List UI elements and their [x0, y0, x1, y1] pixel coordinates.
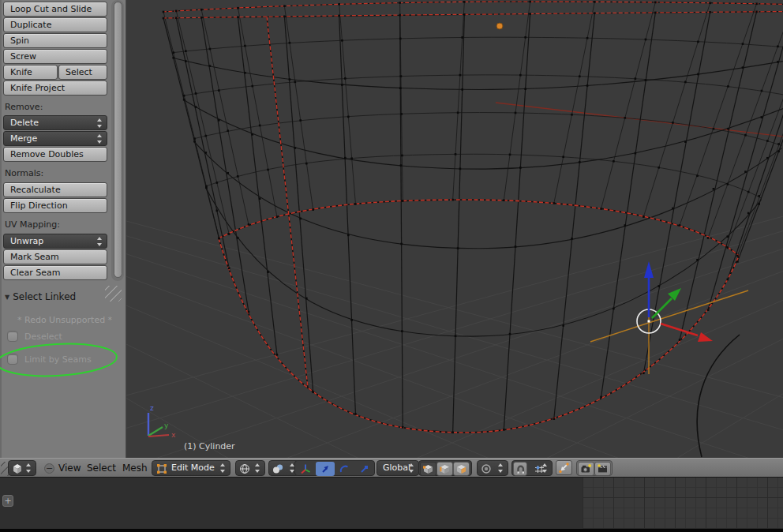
editor-type-selector[interactable] — [8, 460, 36, 476]
translate-arrow-icon — [320, 463, 331, 474]
snap-toggle-button[interactable] — [513, 462, 527, 476]
vertex-select-icon — [423, 464, 433, 474]
viewport-header: − View Select Mesh Edit Mode — [0, 458, 783, 477]
spin-button[interactable]: Spin — [3, 33, 107, 48]
gizmo-z-label: z — [150, 404, 154, 412]
recalculate-button[interactable]: Recalculate — [3, 182, 107, 197]
collapse-menus-button[interactable]: − — [44, 463, 54, 474]
edit-mode-icon — [156, 463, 167, 474]
pivot-median-icon — [272, 463, 284, 474]
snap-group — [511, 460, 553, 476]
opengl-render-animation-button[interactable] — [594, 462, 611, 476]
tool-shelf: Loop Cut and Slide Duplicate Spin Screw … — [0, 0, 126, 458]
magnet-icon — [515, 464, 526, 474]
opengl-render-group — [576, 460, 613, 476]
flip-direction-button[interactable]: Flip Direction — [3, 198, 107, 213]
unwrap-menu-label: Unwrap — [10, 236, 43, 246]
mode-selector-label: Edit Mode — [171, 461, 215, 475]
clapperboard-render-icon — [597, 463, 609, 474]
merge-menu[interactable]: Merge — [3, 131, 107, 146]
remove-section-label: Remove: — [5, 102, 43, 113]
delete-menu-label: Delete — [10, 118, 39, 128]
spinner-arrows-icon — [408, 463, 415, 474]
active-object-label: (1) Cylinder — [184, 441, 235, 451]
editor-grid-area[interactable] — [583, 478, 783, 529]
object-origin-dot — [496, 23, 503, 29]
snap-target-button[interactable] — [556, 460, 572, 475]
spinner-arrows-icon — [219, 463, 227, 474]
knife-button[interactable]: Knife — [3, 65, 58, 80]
viewport-3d[interactable]: z y x (1) Cylinder — [126, 0, 783, 458]
spinner-arrows-icon — [96, 118, 103, 129]
duplicate-button[interactable]: Duplicate — [3, 17, 107, 32]
select-mode-group — [418, 460, 472, 476]
spinner-arrows-icon — [497, 463, 504, 474]
uv-mapping-section-label: UV Mapping: — [5, 219, 60, 230]
annotation-overlay — [0, 338, 128, 382]
merge-menu-label: Merge — [10, 133, 37, 144]
rotate-manipulator-toggle[interactable] — [335, 462, 354, 476]
wireframe-shading-icon — [239, 463, 250, 474]
delete-menu[interactable]: Delete — [3, 115, 107, 130]
screw-button[interactable]: Screw — [3, 49, 107, 64]
viewport-shading-selector[interactable] — [235, 460, 265, 476]
expand-region-button[interactable]: + — [2, 495, 13, 507]
panel-collapse-triangle-icon[interactable]: ▼ — [5, 291, 9, 303]
scale-manipulator-toggle[interactable] — [354, 462, 374, 476]
vertex-select-mode-button[interactable] — [420, 462, 436, 476]
manipulator-center-dot — [648, 320, 650, 323]
select-linked-panel-header[interactable]: ▼Select Linked — [5, 291, 76, 303]
spinner-arrows-icon — [254, 463, 261, 474]
gizmo-y-label: y — [164, 421, 169, 429]
edge-select-icon — [440, 464, 450, 474]
axis-tripod-icon — [300, 463, 311, 474]
orientation-label: Global — [383, 461, 410, 475]
toolshelf-scrollbar[interactable] — [114, 2, 122, 278]
annotation-ellipse — [0, 341, 118, 379]
face-select-icon — [456, 464, 466, 474]
knife-project-button[interactable]: Knife Project — [3, 81, 107, 96]
panel-resize-grip[interactable] — [105, 286, 122, 302]
window-bottom-strip — [0, 529, 783, 532]
face-select-mode-button[interactable] — [453, 462, 470, 476]
camera-render-icon — [580, 463, 592, 474]
remove-doubles-button[interactable]: Remove Doubles — [3, 147, 107, 162]
select-linked-panel-title: Select Linked — [13, 291, 76, 302]
manipulator-axes-toggle[interactable] — [296, 462, 316, 476]
snap-target-icon — [558, 462, 570, 474]
mode-selector[interactable]: Edit Mode — [152, 460, 230, 476]
menu-select[interactable]: Select — [87, 460, 116, 476]
redo-unsupported-hint: * Redo Unsupported * — [17, 315, 112, 325]
transform-orientation-selector[interactable]: Global — [377, 460, 419, 476]
edge-select-mode-button[interactable] — [436, 462, 453, 476]
proportional-edit-icon — [481, 463, 492, 474]
mark-seam-button[interactable]: Mark Seam — [3, 249, 107, 264]
spinner-arrows-icon — [541, 463, 549, 474]
gizmo-x-label: x — [171, 431, 176, 439]
normals-section-label: Normals: — [5, 168, 43, 179]
clear-seam-button[interactable]: Clear Seam — [3, 265, 107, 280]
viewport-background — [126, 0, 783, 458]
menu-mesh[interactable]: Mesh — [122, 460, 148, 476]
scale-arrow-icon — [358, 463, 369, 474]
spinner-arrows-icon — [96, 133, 103, 144]
menu-view[interactable]: View — [58, 460, 81, 476]
spinner-arrows-icon — [96, 236, 103, 247]
snap-element-selector[interactable] — [527, 462, 551, 476]
bottom-editor[interactable]: + — [0, 478, 783, 529]
knife-select-button[interactable]: Select — [58, 65, 107, 80]
opengl-render-image-button[interactable] — [578, 462, 594, 476]
loop-cut-button[interactable]: Loop Cut and Slide — [3, 2, 107, 17]
manipulator-toggle-group — [294, 460, 375, 476]
proportional-edit-selector[interactable] — [477, 460, 508, 476]
rotate-arc-icon — [339, 463, 350, 474]
3d-view-editor-icon — [12, 463, 23, 474]
spinner-arrows-icon — [25, 463, 32, 474]
unwrap-menu[interactable]: Unwrap — [3, 234, 107, 249]
blender-window: z y x (1) Cylinder Loop Cut and Slide Du… — [0, 0, 783, 532]
translate-manipulator-toggle[interactable] — [316, 462, 335, 476]
